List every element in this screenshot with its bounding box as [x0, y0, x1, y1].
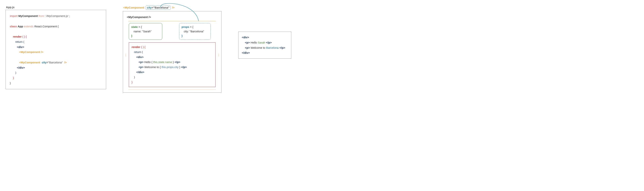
component-internals: state = { name: "Sarah" } props = { city…: [126, 21, 219, 89]
app-js-panel: import MyComponent from './MyComponent.j…: [6, 10, 106, 89]
import-symbol: MyComponent: [18, 14, 38, 17]
base-class: React.Component {: [34, 25, 59, 28]
output-name-value: Sarah: [258, 41, 265, 44]
jsx-mycomponent-1: <MyComponent />: [19, 50, 43, 54]
component-instance-panel: <MyComponent /> state = { name: "Sarah" …: [123, 11, 222, 93]
state-props-row: state = { name: "Sarah" } props = { city…: [128, 23, 217, 40]
jsx-attr-value: "Barcelona": [48, 61, 63, 64]
render-box: render ( ) { return ( <div> <p> Hello { …: [129, 42, 216, 87]
keyword-class: class: [10, 25, 17, 28]
keyword-return: return (: [15, 40, 24, 43]
app-js-code: import MyComponent from './MyComponent.j…: [10, 13, 102, 86]
state-line: name: "Sarah": [131, 30, 152, 33]
app-js-column: App.js import MyComponent from './MyComp…: [6, 5, 106, 89]
diagram-canvas: App.js import MyComponent from './MyComp…: [6, 5, 638, 93]
props-line: city: "Barcelona": [182, 30, 204, 33]
output-city-value: Barcelona: [266, 46, 279, 49]
import-path: './MyComponent.js': [45, 14, 68, 17]
jsx-attr-city: city: [42, 61, 46, 64]
app-js-filename: App.js: [6, 5, 106, 9]
component-tag-label: <MyComponent />: [127, 15, 219, 19]
keyword-extends: extends: [24, 25, 34, 28]
method-render: render: [13, 35, 22, 38]
jsx-invocation-header: <MyComponent city="Barcelona" />: [123, 5, 222, 10]
class-name: App: [18, 25, 23, 28]
props-box: props = { city: "Barcelona" }: [179, 23, 211, 40]
props-keyword: props: [182, 25, 189, 28]
method-render-inner: render: [132, 45, 140, 48]
rendered-output-panel: <div> <p> Hello Sarah </p> <p> Welcome t…: [238, 32, 291, 59]
keyword-import: import: [10, 14, 18, 17]
rendered-output-column: <div> <p> Hello Sarah </p> <p> Welcome t…: [238, 32, 291, 59]
expr-this-props-city: this.props.city: [162, 65, 179, 69]
tag-div-open: <div>: [17, 45, 24, 48]
prop-pill-city: city="Barcelona": [146, 5, 171, 10]
jsx-mycomponent-2-open: <MyComponent: [19, 61, 42, 64]
state-keyword: state: [131, 25, 138, 28]
tag-div-close: </div>: [17, 66, 25, 69]
state-box: state = { name: "Sarah" }: [129, 23, 162, 40]
expr-this-state-name: this.state.name: [153, 60, 172, 64]
keyword-from: from: [38, 14, 44, 17]
component-instance-column: <MyComponent city="Barcelona" /> <MyComp…: [123, 5, 222, 93]
